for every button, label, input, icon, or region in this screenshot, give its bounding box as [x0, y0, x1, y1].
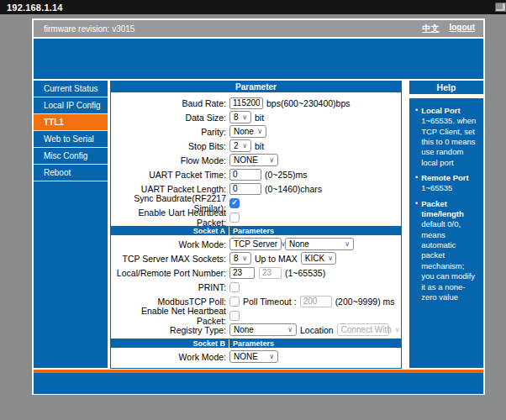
work-mode-b-select[interactable]: NONE∨ — [229, 350, 278, 363]
sidebar-item-local-ip-config[interactable]: Local IP Config — [34, 97, 108, 114]
chevron-down-icon: ∨ — [242, 114, 247, 121]
sidebar-filler — [34, 181, 108, 368]
sidebar-item-misc-config[interactable]: Misc Config — [34, 148, 108, 165]
browser-extension-icon[interactable] — [495, 3, 506, 12]
print-label: PRINT: — [111, 282, 229, 292]
port-number-row: Local/Remote Port Number: (1~65535) — [111, 265, 401, 280]
data-size-select[interactable]: 8∨ — [229, 111, 251, 123]
baud-rate-hint: bps(600~230400)bps — [266, 98, 351, 108]
stop-bits-row: Stop Bits: 2∨ bit — [111, 139, 401, 153]
sync-baudrate-checkbox[interactable] — [229, 198, 240, 208]
net-heartbeat-checkbox[interactable] — [229, 311, 240, 321]
page-footer — [34, 370, 483, 394]
chevron-down-icon: ∨ — [269, 354, 274, 360]
stop-bits-label: Stop Bits: — [111, 141, 229, 151]
bullet-icon: • — [415, 173, 418, 194]
local-port-input[interactable] — [229, 267, 255, 279]
baud-rate-label: Baud Rate: — [111, 98, 229, 108]
uart-packet-time-input[interactable] — [229, 169, 261, 181]
tcp-max-sockets-row: TCP Server MAX Sockets: 8∨ Up to MAX KIC… — [111, 251, 401, 265]
uart-heartbeat-checkbox[interactable] — [229, 213, 240, 223]
help-item-packet-time-length: • Packet time/length default 0/0, means … — [415, 199, 478, 302]
uart-heartbeat-row: Enable Uart Heartbeat Packet: — [111, 210, 401, 224]
print-row: PRINT: — [111, 280, 401, 294]
parity-label: Parity: — [111, 127, 229, 137]
flow-mode-label: Flow Mode: — [111, 155, 229, 165]
help-item-remote-port: • Remote Port 1~65535 — [415, 173, 478, 194]
work-mode-a-sub-select[interactable]: None∨ — [285, 238, 354, 250]
brand-banner — [34, 39, 483, 79]
chevron-down-icon: ∨ — [257, 129, 262, 135]
work-mode-a-row: Work Mode: TCP Server∨ None∨ — [111, 237, 401, 251]
help-panel: Help • Local Port 1~65535. when TCP Clie… — [409, 81, 483, 368]
sidebar-nav: Current Status Local IP Config TTL1 Web … — [34, 81, 108, 368]
uart-packet-time-label: UART Packet Time: — [111, 170, 229, 180]
stop-bits-hint: bit — [255, 141, 264, 151]
chevron-down-icon: ∨ — [287, 327, 293, 333]
work-mode-a-label: Work Mode: — [111, 239, 229, 249]
print-checkbox[interactable] — [229, 282, 240, 292]
location-label: Location — [300, 325, 334, 335]
logout-link[interactable]: logout — [449, 23, 475, 34]
poll-timeout-input — [300, 296, 332, 307]
work-mode-b-label: Work Mode: — [111, 352, 229, 362]
help-item-local-port: • Local Port 1~65535. when TCP Client, s… — [415, 106, 478, 168]
uart-packet-length-input[interactable] — [229, 183, 261, 195]
flow-mode-row: Flow Mode: NONE∨ — [111, 153, 401, 167]
registry-type-label: Registry Type: — [111, 325, 229, 335]
modbus-poll-checkbox[interactable] — [229, 297, 240, 307]
baud-rate-input[interactable] — [229, 97, 263, 109]
poll-timeout-label: Poll Timeout : — [243, 297, 297, 307]
uart-packet-length-hint: (0~1460)chars — [265, 184, 322, 194]
up-to-max-label: Up to MAX — [255, 254, 298, 264]
socket-a-section-header: Socket A Parameters — [111, 226, 401, 235]
firmware-revision-label: firmware revision: v3015 — [44, 24, 134, 34]
work-mode-a-select[interactable]: TCP Server∨ — [229, 238, 282, 250]
port-number-hint: (1~65535) — [285, 268, 325, 278]
parity-row: Parity: None∨ — [111, 124, 401, 139]
tcp-max-sockets-label: TCP Server MAX Sockets: — [111, 254, 229, 264]
registry-type-row: Registry Type: None∨ Location Connect Wi… — [111, 323, 401, 337]
poll-timeout-hint: (200~9999) ms — [335, 297, 395, 307]
port-number-label: Local/Remote Port Number: — [111, 268, 229, 278]
chevron-down-icon: ∨ — [269, 157, 274, 164]
work-mode-b-row: Work Mode: NONE∨ — [111, 349, 401, 364]
help-body: • Local Port 1~65535. when TCP Client, s… — [409, 98, 483, 368]
stop-bits-select[interactable]: 2∨ — [229, 139, 251, 152]
chevron-down-icon: ∨ — [345, 241, 350, 248]
bullet-icon: • — [415, 106, 418, 168]
data-size-hint: bit — [255, 113, 264, 123]
flow-mode-select[interactable]: NONE∨ — [229, 154, 278, 166]
sidebar-item-current-status[interactable]: Current Status — [34, 81, 108, 97]
chevron-down-icon: ∨ — [242, 143, 247, 150]
url-text[interactable]: 192.168.1.14 — [7, 3, 63, 13]
tcp-max-sockets-select[interactable]: 8∨ — [229, 252, 251, 265]
sidebar-item-web-to-serial[interactable]: Web to Serial — [34, 131, 108, 148]
language-link[interactable]: 中文 — [422, 23, 439, 34]
baud-rate-row: Baud Rate: bps(600~230400)bps — [111, 96, 401, 110]
help-title: Help — [409, 81, 483, 94]
location-select: Connect With∨ — [337, 323, 389, 336]
remote-port-input — [259, 267, 282, 279]
footer-bar — [34, 373, 483, 394]
uart-heartbeat-label: Enable Uart Heartbeat Packet: — [111, 207, 229, 228]
content-row: Current Status Local IP Config TTL1 Web … — [34, 81, 483, 368]
socket-b-section-header: Socket B Parameters — [111, 339, 401, 348]
page-window: firmware revision: v3015 中文 logout Curre… — [32, 18, 485, 395]
uart-packet-time-hint: (0~255)ms — [265, 170, 307, 180]
registry-type-select[interactable]: None∨ — [229, 323, 297, 336]
max-kick-select[interactable]: KICK∨ — [301, 252, 336, 265]
browser-address-bar: 192.168.1.14 — [0, 0, 506, 14]
main-panel: Parameter Baud Rate: bps(600~230400)bps … — [110, 81, 402, 368]
chevron-down-icon: ∨ — [328, 255, 333, 262]
parity-select[interactable]: None∨ — [229, 125, 266, 138]
uart-packet-time-row: UART Packet Time: (0~255)ms — [111, 167, 401, 181]
data-size-row: Data Size: 8∨ bit — [111, 110, 401, 124]
sidebar-item-ttl1[interactable]: TTL1 — [34, 114, 108, 131]
panel-title: Parameter — [111, 81, 401, 92]
sidebar-item-reboot[interactable]: Reboot — [34, 165, 108, 181]
chevron-down-icon: ∨ — [242, 255, 247, 262]
chevron-down-icon: ∨ — [395, 327, 400, 333]
firmware-header: firmware revision: v3015 中文 logout — [34, 20, 483, 37]
net-heartbeat-row: Enable Net Heartbeat Packet: — [111, 308, 401, 323]
